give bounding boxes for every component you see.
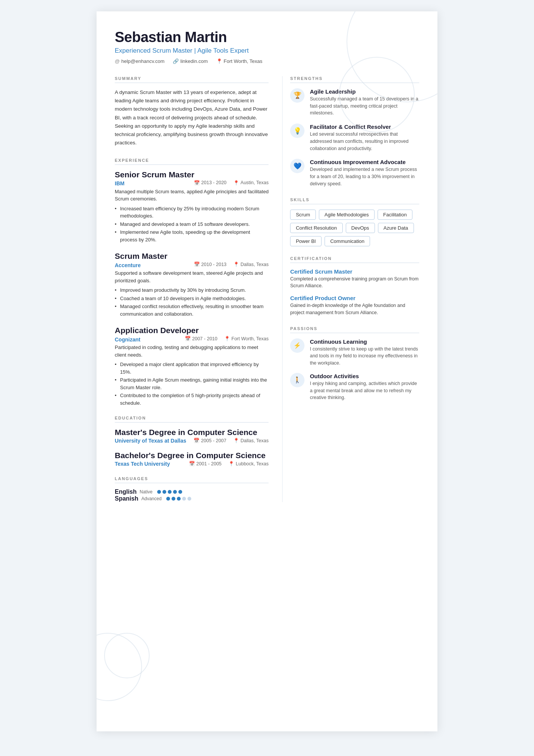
job-item: Application Developer Cognizant 📅 2007 -… xyxy=(115,326,269,407)
strength-content: Agile Leadership Successfully managed a … xyxy=(310,88,419,117)
decorative-circle-3 xyxy=(97,633,142,701)
linkedin-icon: 🔗 xyxy=(173,58,179,64)
job-meta: 📅 2007 - 2010 📍 Fort Worth, Texas xyxy=(185,336,269,341)
education-heading: EDUCATION xyxy=(115,416,269,423)
edu-location: 📍 Dallas, Texas xyxy=(233,438,269,443)
strength-content: Facilitator & Conflict Resolver Led seve… xyxy=(310,124,419,152)
strengths-section: STRENGTHS 🏆 Agile Leadership Successfull… xyxy=(290,76,419,188)
education-item: Master's Degree in Computer Science Univ… xyxy=(115,428,269,444)
bullet-item: Developed a major client application tha… xyxy=(115,361,269,376)
dot-filled xyxy=(172,497,175,501)
left-column: SUMMARY A dynamic Scrum Master with 13 y… xyxy=(115,76,282,502)
edu-degree: Bachelor's Degree in Computer Science xyxy=(115,451,269,460)
strength-item: 💡 Facilitator & Conflict Resolver Led se… xyxy=(290,124,419,152)
edu-school: Texas Tech University xyxy=(115,461,170,467)
language-dots xyxy=(166,497,191,501)
cert-desc: Completed a comprehensive training progr… xyxy=(290,275,419,290)
cert-title: Certified Product Owner xyxy=(290,295,419,301)
certification-section: CERTIFICATION Certified Scrum Master Com… xyxy=(290,256,419,316)
cert-item: Certified Product Owner Gained in-depth … xyxy=(290,295,419,316)
job-title: Senior Scrum Master xyxy=(115,170,269,179)
email-icon: @ xyxy=(115,58,120,64)
two-column-layout: SUMMARY A dynamic Scrum Master with 13 y… xyxy=(115,76,419,502)
dot-filled xyxy=(178,490,182,494)
strength-desc: Developed and implemented a new Scrum pr… xyxy=(310,166,419,187)
pin-icon: 📍 xyxy=(233,180,239,186)
edu-location: 📍 Lubbock, Texas xyxy=(228,461,269,466)
certification-heading: CERTIFICATION xyxy=(290,256,419,263)
education-item: Bachelor's Degree in Computer Science Te… xyxy=(115,451,269,467)
decorative-circle-4 xyxy=(104,633,150,678)
skills-heading: SKILLS xyxy=(290,197,419,204)
edu-meta: 📅 2005 - 2007 📍 Dallas, Texas xyxy=(194,438,269,443)
dot-filled xyxy=(162,490,166,494)
job-bullets: Improved team productivity by 30% by int… xyxy=(115,286,269,318)
skill-tag: Facilitation xyxy=(378,210,412,220)
passion-icon: 🚶 xyxy=(290,373,304,387)
job-meta: 📅 2013 - 2020 📍 Austin, Texas xyxy=(194,180,269,186)
pin-icon: 📍 xyxy=(233,261,239,267)
dot-empty xyxy=(182,497,186,501)
location-icon: 📍 xyxy=(216,58,222,64)
skills-tags: Scrum Agile Methodologies Facilitation C… xyxy=(290,210,419,246)
passion-icon: ⚡ xyxy=(290,338,304,353)
experience-heading: EXPERIENCE xyxy=(115,158,269,165)
dot-empty xyxy=(187,497,191,501)
language-name: English xyxy=(115,488,137,495)
bullet-item: Managed and developed a team of 15 softw… xyxy=(115,221,269,228)
language-level: Advanced xyxy=(141,496,161,501)
job-item: Senior Scrum Master IBM 📅 2013 - 2020 📍 … xyxy=(115,170,269,244)
job-description: Supported a software development team, s… xyxy=(115,269,269,284)
edu-meta: 📅 2001 - 2005 📍 Lubbock, Texas xyxy=(189,461,269,466)
language-level: Native xyxy=(140,489,153,495)
header: Sebastian Martin Experienced Scrum Maste… xyxy=(115,30,419,64)
bullet-item: Participated in Agile Scrum meetings, ga… xyxy=(115,376,269,391)
experience-section: EXPERIENCE Senior Scrum Master IBM 📅 201… xyxy=(115,158,269,407)
edu-school: University of Texas at Dallas xyxy=(115,438,186,444)
strength-title: Facilitator & Conflict Resolver xyxy=(310,124,419,130)
passion-desc: I enjoy hiking and camping, activities w… xyxy=(310,380,419,401)
skill-tag: DevOps xyxy=(346,223,375,233)
edu-period: 📅 2005 - 2007 xyxy=(194,438,226,443)
job-company: Accenture xyxy=(115,262,141,268)
dot-filled xyxy=(157,490,161,494)
dot-filled xyxy=(173,490,177,494)
bullet-item: Increased team efficiency by 25% by intr… xyxy=(115,205,269,220)
skill-tag: Communication xyxy=(325,236,370,246)
pin-icon: 📍 xyxy=(224,336,230,341)
passion-title: Outdoor Activities xyxy=(310,373,419,379)
bullet-item: Coached a team of 10 developers in Agile… xyxy=(115,295,269,302)
strength-item: 💙 Continuous Improvement Advocate Develo… xyxy=(290,159,419,187)
skills-section: SKILLS Scrum Agile Methodologies Facilit… xyxy=(290,197,419,246)
passions-heading: PASSIONS xyxy=(290,326,419,333)
skill-tag: Conflict Resolution xyxy=(290,223,342,233)
strength-icon: 🏆 xyxy=(290,88,304,103)
bullet-item: Improved team productivity by 30% by int… xyxy=(115,286,269,294)
header-contacts: @ help@enhancv.com 🔗 linkedin.com 📍 Fort… xyxy=(115,58,419,64)
skill-tag: Agile Methodologies xyxy=(319,210,375,220)
cert-title: Certified Scrum Master xyxy=(290,268,419,275)
job-description: Participated in coding, testing and debu… xyxy=(115,344,269,358)
dot-filled xyxy=(168,490,172,494)
job-period: 📅 2013 - 2020 xyxy=(194,180,226,186)
education-section: EDUCATION Master's Degree in Computer Sc… xyxy=(115,416,269,467)
calendar-icon: 📅 xyxy=(194,261,200,267)
summary-section: SUMMARY A dynamic Scrum Master with 13 y… xyxy=(115,76,269,147)
job-title: Application Developer xyxy=(115,326,269,335)
skill-tag: Azure Data xyxy=(378,223,414,233)
strength-desc: Successfully managed a team of 15 develo… xyxy=(310,95,419,117)
passion-item: 🚶 Outdoor Activities I enjoy hiking and … xyxy=(290,373,419,401)
strength-icon: 💡 xyxy=(290,124,304,138)
strength-desc: Led several successful retrospectives th… xyxy=(310,131,419,152)
job-location: 📍 Austin, Texas xyxy=(233,180,269,186)
linkedin-contact: 🔗 linkedin.com xyxy=(173,58,208,64)
job-item: Scrum Master Accenture 📅 2010 - 2013 📍 D… xyxy=(115,252,269,318)
calendar-icon: 📅 xyxy=(194,180,200,186)
resume-page: Sebastian Martin Experienced Scrum Maste… xyxy=(97,11,437,731)
job-description: Managed multiple Scrum teams, applied Ag… xyxy=(115,188,269,203)
strengths-heading: STRENGTHS xyxy=(290,76,419,83)
edu-degree: Master's Degree in Computer Science xyxy=(115,428,269,437)
job-bullets: Developed a major client application tha… xyxy=(115,361,269,407)
cert-item: Certified Scrum Master Completed a compr… xyxy=(290,268,419,290)
calendar-icon: 📅 xyxy=(189,461,195,466)
